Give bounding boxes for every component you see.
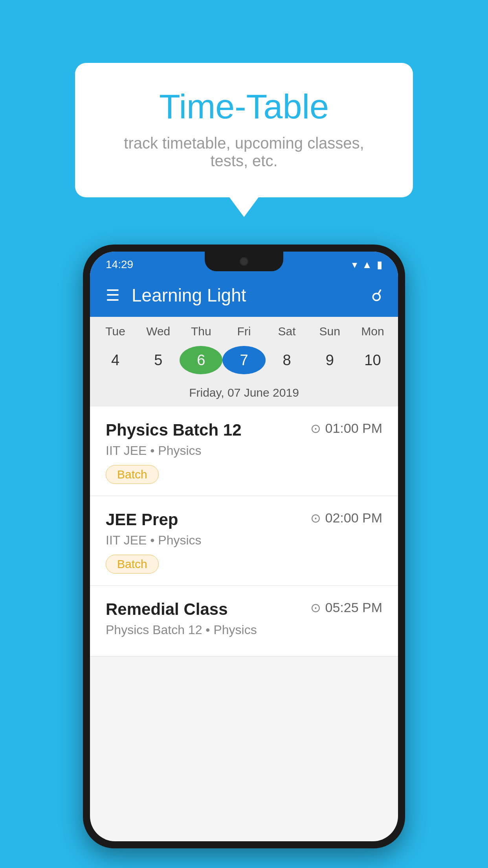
class-item-1-top: Physics Batch 12 ⊙ 01:00 PM (106, 421, 382, 440)
class-1-batch-badge: Batch (106, 465, 159, 484)
calendar-strip: Tue Wed Thu Fri Sat Sun Mon 4 5 (90, 317, 398, 406)
class-1-name: Physics Batch 12 (106, 421, 242, 440)
class-2-name: JEE Prep (106, 510, 178, 529)
weekday-wed: Wed (137, 325, 180, 344)
app-title: Learning Light (132, 285, 371, 306)
bubble-title: Time-Table (106, 86, 382, 127)
class-1-time-value: 01:00 PM (325, 421, 382, 436)
class-item-2[interactable]: JEE Prep ⊙ 02:00 PM IIT JEE • Physics Ba… (90, 496, 398, 586)
phone-screen: 14:29 ▾ ▲ ▮ ☰ Learning Light ☌ Tue Wed T… (90, 252, 398, 841)
date-10[interactable]: 10 (351, 348, 394, 373)
date-6-wrapper[interactable]: 6 (180, 346, 222, 374)
class-item-2-top: JEE Prep ⊙ 02:00 PM (106, 510, 382, 529)
signal-icon: ▲ (362, 259, 372, 271)
weekday-mon: Mon (351, 325, 394, 344)
class-2-clock-icon: ⊙ (310, 511, 321, 526)
class-item-3[interactable]: Remedial Class ⊙ 05:25 PM Physics Batch … (90, 586, 398, 657)
weekday-tue: Tue (94, 325, 137, 344)
class-2-time: ⊙ 02:00 PM (310, 510, 382, 526)
class-item-3-top: Remedial Class ⊙ 05:25 PM (106, 600, 382, 619)
class-1-subject: IIT JEE • Physics (106, 443, 382, 458)
weekday-fri: Fri (222, 325, 265, 344)
class-3-time-value: 05:25 PM (325, 600, 382, 615)
class-2-time-value: 02:00 PM (325, 510, 382, 526)
status-icons: ▾ ▲ ▮ (352, 259, 382, 271)
date-8-wrapper[interactable]: 8 (266, 346, 308, 374)
search-icon[interactable]: ☌ (371, 286, 382, 305)
date-9-wrapper[interactable]: 9 (308, 346, 351, 374)
weekdays-row: Tue Wed Thu Fri Sat Sun Mon (90, 317, 398, 344)
wifi-icon: ▾ (352, 259, 357, 271)
class-list: Physics Batch 12 ⊙ 01:00 PM IIT JEE • Ph… (90, 406, 398, 657)
class-1-clock-icon: ⊙ (310, 421, 321, 436)
class-3-clock-icon: ⊙ (310, 600, 321, 615)
class-3-time: ⊙ 05:25 PM (310, 600, 382, 615)
hamburger-icon[interactable]: ☰ (106, 287, 120, 303)
date-8[interactable]: 8 (266, 348, 308, 373)
class-2-subject: IIT JEE • Physics (106, 533, 382, 548)
class-2-batch-badge: Batch (106, 555, 159, 574)
date-5-wrapper[interactable]: 5 (137, 346, 180, 374)
phone-mockup: 14:29 ▾ ▲ ▮ ☰ Learning Light ☌ Tue Wed T… (83, 245, 405, 848)
weekday-sat: Sat (266, 325, 308, 344)
class-item-1[interactable]: Physics Batch 12 ⊙ 01:00 PM IIT JEE • Ph… (90, 406, 398, 496)
phone-camera (240, 257, 248, 266)
battery-icon: ▮ (377, 259, 382, 271)
class-3-subject: Physics Batch 12 • Physics (106, 623, 382, 637)
date-7-selected[interactable]: 7 (222, 346, 265, 374)
date-4-wrapper[interactable]: 4 (94, 346, 137, 374)
date-6-today[interactable]: 6 (180, 346, 222, 374)
date-9[interactable]: 9 (308, 348, 351, 373)
date-7-wrapper[interactable]: 7 (222, 346, 265, 374)
weekday-thu: Thu (180, 325, 222, 344)
class-3-name: Remedial Class (106, 600, 228, 619)
date-4[interactable]: 4 (94, 348, 137, 373)
speech-bubble: Time-Table track timetable, upcoming cla… (75, 63, 413, 197)
class-1-time: ⊙ 01:00 PM (310, 421, 382, 436)
bubble-subtitle: track timetable, upcoming classes, tests… (106, 134, 382, 170)
weekday-sun: Sun (308, 325, 351, 344)
date-5[interactable]: 5 (137, 348, 180, 373)
selected-date-label: Friday, 07 June 2019 (90, 381, 398, 406)
app-bar: ☰ Learning Light ☌ (90, 274, 398, 317)
phone-notch (205, 252, 283, 271)
dates-row: 4 5 6 7 8 9 (90, 344, 398, 381)
date-10-wrapper[interactable]: 10 (351, 346, 394, 374)
top-section: Time-Table track timetable, upcoming cla… (0, 0, 488, 221)
phone-container: 14:29 ▾ ▲ ▮ ☰ Learning Light ☌ Tue Wed T… (0, 245, 488, 848)
status-time: 14:29 (106, 258, 133, 271)
